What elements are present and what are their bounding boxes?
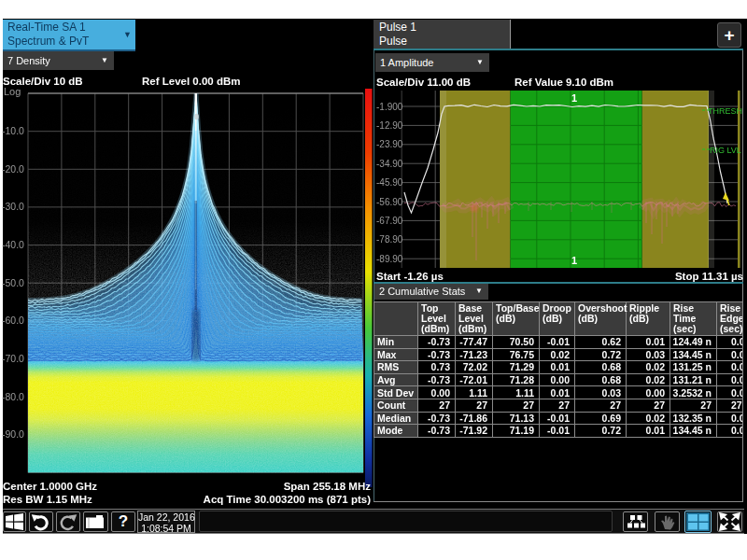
svg-text:1: 1 (571, 255, 577, 266)
svg-text:THRESH: THRESH (708, 106, 742, 116)
svg-text:-78.90: -78.90 (376, 234, 403, 245)
svg-text:-89.90: -89.90 (376, 254, 403, 264)
svg-text:-1.900: -1.900 (376, 102, 403, 112)
svg-text:1: 1 (571, 92, 577, 104)
svg-text:-23.90: -23.90 (376, 139, 403, 149)
svg-text:-34.90: -34.90 (376, 159, 403, 169)
svg-text:-67.90: -67.90 (376, 216, 403, 226)
svg-text:-45.90: -45.90 (376, 177, 403, 188)
svg-text:-12.90: -12.90 (376, 120, 403, 131)
svg-text:RIG LVL: RIG LVL (710, 146, 741, 155)
svg-text:-56.90: -56.90 (376, 197, 403, 207)
